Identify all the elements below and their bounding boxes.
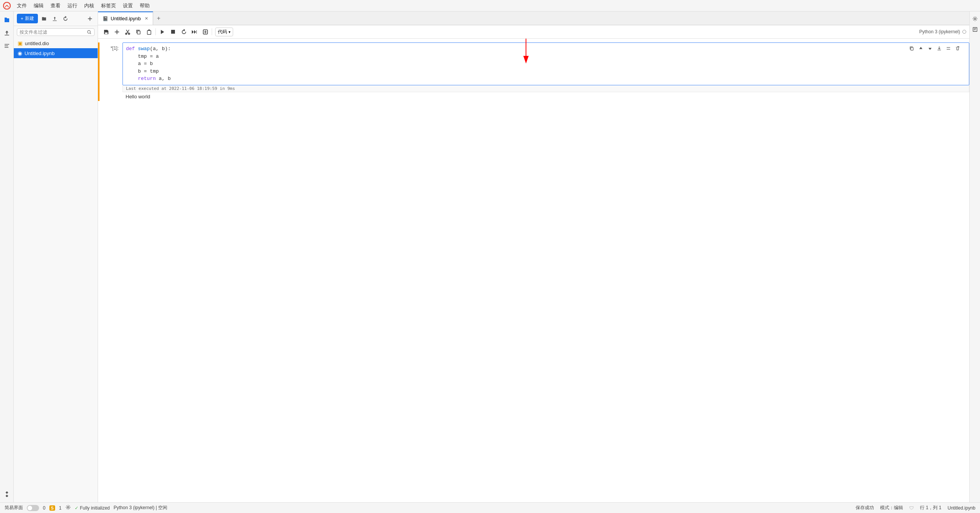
right-settings-icon[interactable] — [971, 15, 979, 23]
svg-rect-14 — [137, 31, 140, 34]
cell-1-wrapper: *[1]: — [98, 42, 969, 101]
toolbar-separator-1 — [155, 28, 156, 35]
restart-button[interactable] — [179, 27, 189, 37]
status-gear-icon[interactable] — [65, 505, 71, 511]
new-button[interactable]: + + 新建 — [17, 14, 38, 23]
notebook-area: 📓 Untitled.ipynb ✕ + — [98, 11, 969, 502]
status-bar: 简易界面 0 S 1 ✓ Fully initialized Python 3 … — [0, 502, 980, 513]
stop-button[interactable] — [168, 27, 178, 37]
add-file-button[interactable] — [85, 14, 95, 23]
menu-edit[interactable]: 编辑 — [31, 2, 47, 10]
tab-add-button[interactable]: + — [153, 11, 164, 25]
tab-bar: 📓 Untitled.ipynb ✕ + — [98, 11, 969, 25]
kernel-circle — [962, 30, 966, 34]
fully-initialized-status: ✓ Fully initialized — [75, 505, 110, 511]
menu-kernel[interactable]: 内核 — [81, 2, 97, 10]
svg-rect-1 — [5, 35, 9, 36]
svg-marker-23 — [928, 47, 931, 50]
status-badge-s: S — [49, 505, 55, 511]
cut-button[interactable] — [122, 27, 132, 37]
file-name-ipynb: Untitled.ipynb — [24, 50, 55, 56]
menu-help[interactable]: 帮助 — [137, 2, 153, 10]
menu-file[interactable]: 文件 — [14, 2, 30, 10]
svg-marker-16 — [161, 30, 164, 34]
toggle-thumb — [28, 506, 32, 510]
menu-run[interactable]: 运行 — [64, 2, 80, 10]
svg-rect-7 — [88, 18, 92, 19]
copy-button[interactable] — [133, 27, 143, 37]
kernel-info-label: Python 3 (ipykernel) | 空闲 — [114, 505, 168, 511]
menu-view[interactable]: 查看 — [47, 2, 64, 10]
svg-point-24 — [974, 18, 975, 20]
sidebar-upload-icon[interactable] — [2, 28, 12, 38]
cell-export-action[interactable] — [935, 44, 943, 52]
svg-rect-4 — [5, 47, 8, 48]
cell-menu-action[interactable] — [944, 44, 952, 52]
tab-label: Untitled.ipynb — [111, 16, 141, 21]
add-cell-button[interactable] — [112, 27, 122, 37]
paste-button[interactable] — [144, 27, 154, 37]
restart-run-button[interactable]: ⏭ — [189, 27, 199, 37]
tab-file-icon: 📓 — [103, 16, 108, 21]
kernel-icon-button[interactable] — [200, 27, 210, 37]
cell-content: def swap(a, b): tmp = a a = b b = tmp re… — [122, 42, 969, 101]
tab-untitled-ipynb[interactable]: 📓 Untitled.ipynb ✕ — [98, 11, 153, 25]
status-right: 保存成功 模式：编辑 🛡 行 1，列 1 Untitled.ipynb — [856, 505, 975, 511]
right-properties-icon[interactable] — [971, 25, 979, 34]
svg-rect-2 — [5, 44, 9, 45]
file-item-ipynb[interactable]: ◉ Untitled.ipynb — [14, 48, 98, 58]
file-panel: + + 新建 ▣ untitled.dio — [14, 11, 98, 502]
status-left: 简易界面 0 S 1 ✓ Fully initialized Python 3 … — [5, 505, 167, 511]
toolbar-separator-2 — [212, 28, 212, 35]
tab-close-button[interactable]: ✕ — [145, 16, 148, 21]
cell-copy-action[interactable] — [907, 44, 916, 52]
sidebar-toc-icon[interactable] — [2, 41, 12, 51]
file-list: ▣ untitled.dio ◉ Untitled.ipynb — [14, 38, 98, 502]
cell-execution-meta: Last executed at 2022-11-06 18:19:59 in … — [122, 85, 969, 92]
status-count-0: 0 — [43, 505, 46, 511]
cell-actions — [907, 44, 962, 52]
file-item-dio[interactable]: ▣ untitled.dio — [14, 38, 98, 48]
status-count-1: 1 — [59, 505, 62, 511]
cell-output: Hello world — [122, 92, 969, 101]
cell-move-down-action[interactable] — [926, 44, 934, 52]
save-button[interactable] — [101, 27, 111, 37]
menu-tabs[interactable]: 标签页 — [98, 2, 119, 10]
dio-file-icon: ▣ — [18, 40, 23, 46]
open-folder-button[interactable] — [39, 14, 49, 23]
cell-code-input[interactable]: def swap(a, b): tmp = a a = b b = tmp re… — [122, 42, 969, 85]
search-icon — [87, 30, 92, 35]
run-button[interactable] — [157, 27, 167, 37]
simple-mode-toggle[interactable] — [27, 505, 39, 511]
file-panel-toolbar: + + 新建 — [14, 11, 98, 26]
upload-button[interactable] — [50, 14, 59, 23]
notebook-toolbar: ⏭ 代码 ▾ Python 3 (ipykernel) — [98, 25, 969, 39]
sidebar-extensions-icon[interactable] — [2, 489, 12, 499]
cell-type-selector[interactable]: 代码 ▾ — [215, 28, 233, 36]
fully-initialized-label: Fully initialized — [80, 505, 110, 511]
cell-type-label: 代码 — [218, 29, 227, 35]
menu-bar: 文件 编辑 查看 运行 内核 标签页 设置 帮助 — [0, 0, 980, 11]
cell-delete-action[interactable] — [953, 44, 962, 52]
refresh-button[interactable] — [61, 14, 70, 23]
svg-rect-17 — [171, 30, 175, 34]
filename-label: Untitled.ipynb — [947, 505, 975, 511]
shield-icon: 🛡 — [909, 505, 914, 511]
sidebar-files-icon[interactable] — [2, 15, 12, 25]
search-box — [17, 28, 95, 36]
svg-rect-3 — [5, 46, 8, 46]
svg-marker-22 — [919, 47, 922, 49]
main-layout: + + 新建 ▣ untitled.dio — [0, 11, 980, 502]
menu-settings[interactable]: 设置 — [120, 2, 136, 10]
sidebar-icon-panel — [0, 11, 14, 502]
position-label: 行 1，列 1 — [920, 505, 941, 511]
kernel-status: Python 3 (ipykernel) — [919, 29, 966, 34]
save-status-label: 保存成功 — [856, 505, 874, 511]
cell-move-up-action[interactable] — [916, 44, 925, 52]
cell-prompt: *[1]: — [100, 42, 122, 101]
search-input[interactable] — [20, 29, 87, 35]
svg-rect-11 — [114, 31, 119, 32]
svg-rect-5 — [53, 20, 57, 21]
notebook-content: *[1]: — [98, 39, 969, 502]
cell-type-arrow-icon: ▾ — [229, 30, 230, 34]
